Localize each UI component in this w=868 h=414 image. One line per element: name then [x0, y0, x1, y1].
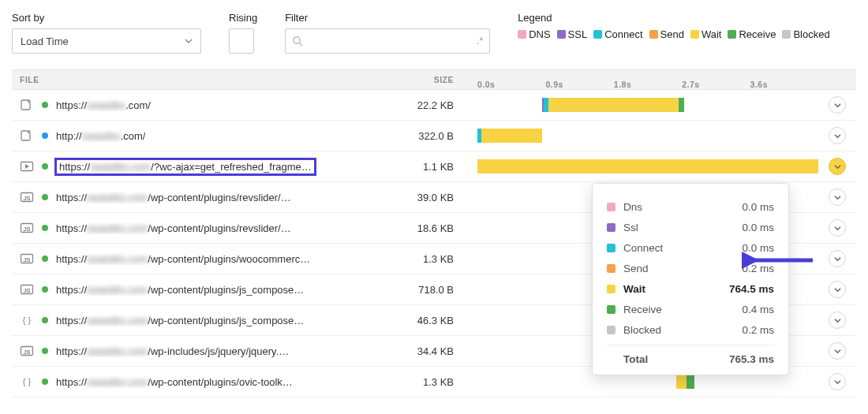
svg-text:JS: JS [23, 226, 30, 233]
tooltip-row: Ssl0.0 ms [607, 217, 774, 237]
tick-3: 2.7s [682, 80, 699, 89]
legend-connect: Connect [604, 28, 642, 40]
sort-by-value: Load Time [21, 35, 69, 47]
chevron-down-icon [185, 37, 193, 45]
request-url: https://swastiks.com/wp-content/plugins/… [56, 315, 304, 326]
expand-button[interactable] [829, 158, 846, 175]
tick-0: 0.0s [477, 80, 495, 89]
status-dot [42, 194, 48, 200]
request-url: https://swastiks.com/?wc-ajax=get_refres… [56, 159, 315, 174]
status-dot [42, 286, 48, 293]
size-cell: 46.3 KB [343, 315, 477, 326]
tooltip-phase-label: Wait [623, 283, 729, 295]
sort-by-label: Sort by [12, 12, 201, 24]
legend-ssl: SSL [568, 28, 588, 40]
svg-line-1 [299, 43, 302, 46]
regex-indicator: .* [477, 35, 483, 47]
swatch-icon [607, 326, 615, 334]
expand-button[interactable] [829, 188, 846, 206]
css-icon: { } [20, 314, 34, 326]
table-header: FILE SIZE 0.0s 0.9s 1.8s 2.7s 3.6s [12, 69, 856, 90]
table-row[interactable]: http://swastiks.com/322.0 B [12, 121, 856, 151]
tooltip-phase-value: 0.4 ms [742, 304, 774, 315]
filter-input-wrap[interactable]: .* [285, 28, 490, 54]
sort-by-select[interactable]: Load Time [12, 28, 201, 54]
swatch-icon [607, 264, 615, 273]
tooltip-phase-label: Dns [623, 201, 742, 213]
legend-dns: DNS [529, 28, 550, 40]
size-cell: 1.3 KB [343, 376, 477, 388]
svg-text:{ }: { } [23, 377, 32, 386]
legend-title: Legend [518, 12, 830, 24]
expand-button[interactable] [829, 311, 846, 329]
play-icon [20, 160, 34, 173]
status-dot [42, 348, 48, 354]
size-cell: 22.2 KB [343, 99, 477, 111]
legend-receive: Receive [739, 28, 776, 40]
tooltip-phase-label: Blocked [623, 324, 742, 336]
size-cell: 39.0 KB [343, 192, 477, 203]
status-dot [42, 102, 48, 108]
status-dot [42, 255, 48, 262]
timing-bar[interactable] [477, 90, 818, 120]
svg-text:JS: JS [23, 349, 30, 356]
tooltip-phase-value: 0.2 ms [742, 324, 774, 336]
swatch-icon [607, 244, 615, 252]
tooltip-phase-label: Ssl [623, 222, 742, 233]
timing-bar[interactable] [477, 121, 818, 151]
request-url: https://swastiks.com/wp-includes/js/jque… [56, 345, 289, 357]
js-icon: JS [20, 222, 34, 234]
status-dot [42, 379, 48, 385]
css-icon: { } [20, 375, 34, 388]
expand-button[interactable] [829, 127, 846, 144]
tooltip-row: Dns0.0 ms [607, 196, 774, 217]
table-row[interactable]: https://swastiks.com/22.2 KB [12, 90, 856, 121]
status-dot [42, 225, 48, 231]
request-url: https://swastiks.com/wp-content/plugins/… [56, 376, 293, 388]
tooltip-total-value: 765.3 ms [729, 353, 774, 365]
size-cell: 322.0 B [343, 130, 477, 142]
filter-label: Filter [285, 12, 490, 24]
js-icon: JS [20, 252, 34, 265]
table-row[interactable]: https://swastiks.com/?wc-ajax=get_refres… [12, 151, 856, 182]
tooltip-row: Blocked0.2 ms [607, 319, 774, 340]
swatch-icon [607, 223, 615, 232]
legend-row: DNS SSL Connect Send Wait Receive Blocke… [518, 28, 830, 40]
expand-button[interactable] [829, 373, 846, 390]
size-cell: 1.3 KB [343, 253, 477, 265]
request-url: https://swastiks.com/wp-content/plugins/… [56, 253, 310, 265]
svg-text:JS: JS [23, 195, 30, 202]
expand-button[interactable] [829, 219, 846, 237]
tooltip-phase-value: 0.0 ms [742, 201, 774, 213]
doc-icon [20, 129, 34, 142]
status-dot [42, 163, 48, 170]
timing-bar[interactable] [477, 151, 818, 181]
svg-text:JS: JS [23, 287, 30, 294]
svg-text:JS: JS [23, 256, 30, 263]
tooltip-total-label: Total [623, 353, 729, 365]
expand-button[interactable] [829, 281, 846, 298]
swatch-icon [607, 285, 615, 293]
tick-4: 3.6s [750, 80, 768, 89]
request-url: https://swastiks.com/wp-content/plugins/… [56, 222, 291, 234]
size-cell: 718.0 B [343, 284, 477, 296]
js-icon: JS [20, 283, 34, 296]
tooltip-row: Wait764.5 ms [607, 278, 774, 299]
tooltip-phase-label: Connect [623, 242, 742, 254]
header-size[interactable]: SIZE [343, 75, 477, 84]
legend-wait: Wait [702, 28, 722, 40]
expand-button[interactable] [829, 96, 846, 114]
status-dot [42, 317, 48, 323]
rising-checkbox[interactable] [229, 28, 254, 54]
request-url: http://swastiks.com/ [56, 130, 145, 142]
header-file[interactable]: FILE [20, 75, 343, 84]
filter-input[interactable] [308, 35, 472, 48]
tick-2: 1.8s [614, 80, 631, 89]
request-url: https://swastiks.com/wp-content/plugins/… [56, 192, 291, 203]
expand-button[interactable] [829, 250, 846, 267]
tooltip-row: Receive0.4 ms [607, 299, 774, 319]
js-icon: JS [20, 345, 34, 357]
expand-button[interactable] [829, 342, 846, 360]
legend-blocked: Blocked [793, 28, 829, 40]
tick-1: 0.9s [545, 80, 563, 89]
